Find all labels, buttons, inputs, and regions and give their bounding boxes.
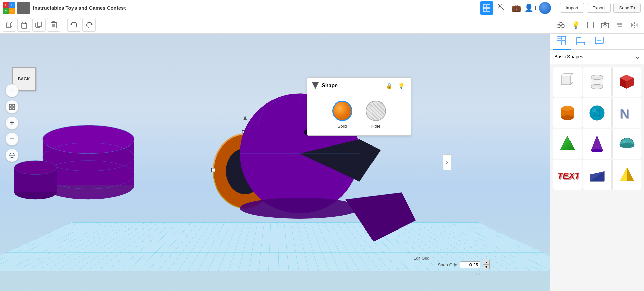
svg-rect-1 (20, 8, 27, 8)
svg-rect-2 (20, 10, 27, 10)
shape-item-n-shape[interactable]: N N (612, 98, 641, 128)
redo-button[interactable] (82, 18, 96, 32)
delete-button[interactable] (47, 18, 60, 32)
snap-grid-label: Snap Grid (438, 262, 457, 267)
shape-panel-toggle[interactable] (312, 82, 319, 89)
list-icon (17, 2, 30, 14)
svg-rect-72 (577, 42, 585, 45)
shape-item-box-solid[interactable] (612, 67, 641, 97)
notes-view-tab[interactable] (591, 33, 608, 50)
svg-rect-29 (601, 23, 609, 28)
import-button[interactable]: Import (560, 3, 584, 13)
svg-rect-86 (561, 76, 570, 85)
fit-view-button[interactable] (5, 100, 19, 114)
basic-shapes-label: Basic Shapes (554, 54, 583, 59)
svg-marker-124 (620, 167, 627, 181)
shape-light-button[interactable]: 💡 (397, 81, 406, 90)
svg-marker-23 (70, 23, 72, 25)
zoom-in-button[interactable]: + (5, 116, 19, 130)
right-panel-top-icons (550, 34, 644, 50)
community-icon-button[interactable] (554, 18, 567, 32)
svg-point-26 (561, 24, 564, 28)
edit-grid-label[interactable]: Edit Grid (413, 256, 429, 261)
svg-rect-3 (483, 5, 486, 8)
duplicate-button[interactable] (32, 18, 46, 32)
svg-rect-28 (587, 22, 593, 28)
shape-item-cone-purple[interactable] (583, 129, 611, 159)
light-icon-button[interactable]: 💡 (569, 18, 582, 32)
svg-point-39 (43, 125, 134, 154)
align-button[interactable] (613, 18, 627, 32)
svg-line-82 (570, 73, 573, 76)
svg-rect-62 (13, 108, 15, 110)
home-view-button[interactable]: ⌂ (5, 84, 19, 97)
camera-button[interactable] (598, 18, 612, 32)
export-button[interactable]: Export (587, 3, 611, 13)
svg-rect-5 (483, 8, 486, 11)
undo-button[interactable] (67, 18, 81, 32)
snap-grid-input[interactable] (460, 261, 480, 268)
svg-rect-0 (20, 6, 27, 6)
shape-lock-button[interactable]: 🔒 (385, 81, 394, 90)
shape-item-cylinder-wireframe[interactable] (583, 67, 611, 97)
shape-panel-title: Shape (321, 83, 382, 89)
snap-up-button[interactable]: ▲ (483, 260, 490, 265)
add-box-button[interactable] (3, 18, 16, 32)
shape-item-text[interactable]: TEXT TEXT (553, 160, 582, 190)
selector-chevron-icon[interactable]: ⌄ (635, 53, 640, 60)
solid-circle (332, 101, 352, 121)
add-user-button[interactable]: 👤+ (524, 1, 538, 15)
svg-point-27 (559, 22, 562, 26)
top-nav: T I N K Instructables Toys and Games Con… (0, 0, 644, 16)
svg-point-99 (561, 106, 574, 111)
svg-point-58 (240, 198, 360, 219)
viewport[interactable]: BACK ⌂ + − › Shape 🔒 💡 (0, 34, 550, 291)
user-avatar[interactable] (539, 2, 551, 14)
snap-down-button[interactable]: ▼ (483, 265, 490, 269)
shape-outline-button[interactable] (584, 18, 597, 32)
grid-view-tab[interactable] (553, 33, 571, 50)
grid-button[interactable] (480, 1, 493, 15)
briefcase-button[interactable]: 💼 (509, 1, 523, 15)
solid-option[interactable]: Solid (332, 101, 352, 129)
ruler-view-tab[interactable] (572, 33, 589, 50)
units-label: mm (474, 272, 480, 276)
shape-item-half-sphere-teal[interactable] (612, 129, 641, 159)
svg-point-104 (592, 108, 596, 112)
svg-rect-69 (562, 41, 566, 45)
view-cube-button[interactable] (5, 149, 19, 162)
shape-panel-header: Shape 🔒 💡 (307, 78, 411, 94)
scene-svg (0, 34, 550, 291)
svg-point-98 (561, 115, 574, 120)
snap-grid-area: Snap Grid ▲ ▼ (438, 260, 490, 269)
shape-item-wedge-navy[interactable] (583, 160, 611, 190)
pickaxe-button[interactable]: ⛏ (495, 1, 508, 15)
left-controls: ⌂ + − (5, 84, 19, 162)
svg-rect-68 (557, 41, 561, 45)
paste-button[interactable] (17, 18, 31, 32)
shape-item-pyramid-green[interactable] (553, 129, 582, 159)
shapes-grid: N N (550, 64, 644, 193)
shape-item-pyramid-yellow[interactable] (612, 160, 641, 190)
svg-rect-14 (23, 22, 26, 24)
shape-item-box-wireframe[interactable] (553, 67, 582, 97)
basic-shapes-selector[interactable]: Basic Shapes ⌄ (550, 50, 644, 64)
svg-rect-33 (618, 26, 622, 27)
panel-collapse-arrow[interactable]: › (443, 154, 451, 170)
mirror-button[interactable] (628, 18, 641, 32)
back-label: BACK (18, 77, 30, 81)
shape-options: Solid Hole (307, 94, 411, 135)
shape-item-sphere-teal[interactable] (583, 98, 611, 128)
svg-rect-77 (595, 37, 603, 44)
hole-option[interactable]: Hole (366, 101, 386, 129)
svg-marker-109 (560, 136, 575, 150)
shape-item-cylinder-orange[interactable] (553, 98, 582, 128)
left-shape-group (14, 125, 134, 199)
zoom-out-button[interactable]: − (5, 132, 19, 146)
svg-rect-59 (9, 104, 11, 106)
svg-rect-61 (9, 108, 11, 110)
svg-rect-4 (487, 5, 490, 8)
svg-rect-6 (487, 8, 490, 11)
shape-panel: Shape 🔒 💡 Solid Hole (307, 77, 411, 136)
send-to-button[interactable]: Send To (613, 3, 641, 13)
